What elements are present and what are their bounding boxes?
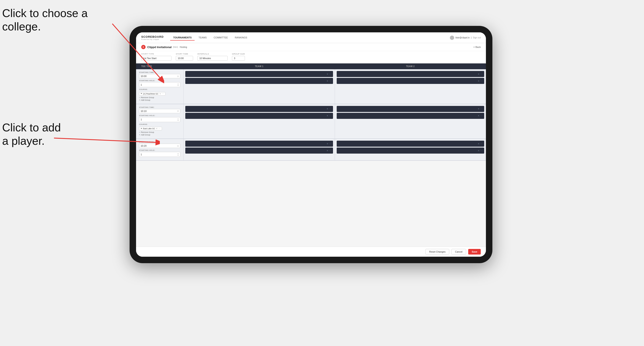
- nav-separator: |: [471, 36, 472, 39]
- remove-group-button[interactable]: ○ Remove Group: [139, 96, 180, 99]
- nav-user: blair@clippd.io | Sign out: [450, 36, 481, 40]
- player-edit-icon[interactable]: ⋯: [480, 115, 482, 117]
- clock-icon: ⊙: [177, 75, 179, 77]
- clock-icon: ⊙: [177, 145, 179, 147]
- player-x-icon[interactable]: ✕: [326, 115, 328, 117]
- player-x-icon[interactable]: ✕: [326, 80, 328, 82]
- start-type-select[interactable]: 1st Tee Start Shotgun Start: [141, 56, 172, 61]
- annotation-choose-college: Click to choose a college.: [2, 6, 88, 33]
- group-3-hole[interactable]: 1 ▲ ▼: [139, 152, 180, 157]
- group-1-left-panel: STARTING TIME: 10:00 ⊙ STARTING HOLE: 1 …: [136, 69, 184, 104]
- group-3-teams: ✕ ⋯ ✕ ⋯: [184, 139, 486, 160]
- player-edit-icon[interactable]: ⋯: [480, 108, 482, 110]
- group-1-team1: ✕ ⋯ ✕ ⋯: [184, 69, 335, 104]
- player-x-icon[interactable]: ✕: [326, 73, 328, 75]
- player-slot[interactable]: ✕ ⋯: [337, 106, 484, 112]
- nav-tab-teams[interactable]: TEAMS: [196, 35, 210, 40]
- cancel-button[interactable]: Cancel: [451, 249, 466, 255]
- player-edit-icon[interactable]: ⋯: [329, 73, 331, 75]
- hole-arrows: ▲ ▼: [177, 118, 179, 121]
- course-tag[interactable]: ⚑ (A) Peachtree GC ✕ ⋯: [139, 92, 166, 96]
- group-size-select[interactable]: 3 2 4: [232, 56, 245, 61]
- col-header-tee-time: Tee Time: [136, 65, 184, 67]
- player-x-icon[interactable]: ✕: [478, 143, 480, 145]
- player-x-icon[interactable]: ✕: [478, 80, 480, 82]
- player-x-icon[interactable]: ✕: [478, 73, 480, 75]
- back-button[interactable]: < Back: [474, 46, 481, 48]
- player-slot[interactable]: ✕ ⋯: [185, 106, 333, 112]
- player-slot[interactable]: ✕ ⋯: [185, 113, 333, 119]
- player-edit-icon[interactable]: ⋯: [329, 80, 331, 82]
- col-header-team2: Team 2: [335, 65, 486, 67]
- player-slot[interactable]: ✕ ⋯: [337, 141, 484, 147]
- nav-tab-committee[interactable]: COMMITTEE: [210, 35, 231, 40]
- remove-group-button[interactable]: ○ Remove Group: [139, 131, 180, 133]
- player-slot[interactable]: ✕ ⋯: [337, 78, 484, 84]
- player-edit-icon[interactable]: ⋯: [480, 73, 482, 75]
- hole-arrows: ▲ ▼: [177, 83, 179, 86]
- starting-time-label: STARTING TIME:: [139, 71, 180, 73]
- intervals-select[interactable]: 10 Minutes 8 Minutes 12 Minutes: [198, 56, 228, 61]
- annotation-add-player: Click to add a player.: [2, 121, 61, 148]
- group-2-left-panel: STARTING TIME: 10:10 ⊙ STARTING HOLE: 1 …: [136, 104, 184, 139]
- player-slot[interactable]: ✕ ⋯: [337, 148, 484, 154]
- course-label: COURSE:: [139, 123, 180, 125]
- reset-changes-button[interactable]: Reset Changes: [426, 249, 449, 255]
- group-1-teams: ✕ ⋯ ✕ ⋯: [184, 69, 486, 104]
- group-3-time[interactable]: 10:20 ⊙: [139, 144, 180, 148]
- player-edit-icon[interactable]: ⋯: [329, 115, 331, 117]
- group-1-course: ⚑ (A) Peachtree GC ✕ ⋯: [139, 91, 180, 96]
- player-slot[interactable]: ✕ ⋯: [185, 78, 333, 84]
- group-1-team2: ✕ ⋯ ✕ ⋯: [335, 69, 486, 104]
- app-nav: SCOREBOARD Powered by clippd TOURNAMENTS…: [136, 32, 486, 43]
- player-slot[interactable]: ✕ ⋯: [185, 148, 333, 154]
- group-1-time[interactable]: 10:00 ⊙: [139, 74, 180, 78]
- player-x-icon[interactable]: ✕: [326, 108, 328, 110]
- player-x-icon[interactable]: ✕: [326, 143, 328, 145]
- add-group-button[interactable]: + Add Group: [139, 99, 180, 101]
- add-group-button[interactable]: + Add Group: [139, 134, 180, 136]
- group-2-team1: ✕ ⋯ ✕ ⋯: [184, 104, 335, 139]
- hole-arrows: ▲ ▼: [177, 153, 179, 156]
- player-x-icon[interactable]: ✕: [478, 115, 480, 117]
- save-button[interactable]: Save: [468, 249, 481, 255]
- remove-course-icon[interactable]: ✕: [160, 93, 161, 95]
- player-edit-icon[interactable]: ⋯: [480, 143, 482, 145]
- group-2-hole[interactable]: 1 ▲ ▼: [139, 117, 180, 122]
- group-1-actions: ○ Remove Group + Add Group: [139, 96, 180, 101]
- app-footer: Reset Changes Cancel Save: [136, 247, 486, 257]
- player-x-icon[interactable]: ✕: [478, 150, 480, 152]
- remove-course-icon[interactable]: ✕: [156, 128, 158, 130]
- course-tag[interactable]: ⚑ East Lake GC ✕ ⋯: [139, 127, 162, 130]
- nav-tab-tournaments[interactable]: TOURNAMENTS: [170, 35, 194, 40]
- starting-hole-label: STARTING HOLE:: [139, 115, 180, 117]
- player-edit-icon[interactable]: ⋯: [329, 108, 331, 110]
- group-3-team1: ✕ ⋯ ✕ ⋯: [184, 139, 335, 160]
- player-slot[interactable]: ✕ ⋯: [185, 141, 333, 147]
- group-1-hole[interactable]: 1 ▲ ▼: [139, 82, 180, 87]
- player-slot[interactable]: ✕ ⋯: [337, 71, 484, 77]
- tablet-screen: SCOREBOARD Powered by clippd TOURNAMENTS…: [136, 32, 486, 257]
- player-slot[interactable]: ✕ ⋯: [337, 113, 484, 119]
- player-edit-icon[interactable]: ⋯: [480, 150, 482, 152]
- sign-out-link[interactable]: Sign out: [473, 36, 481, 39]
- course-label: COURSE:: [139, 88, 180, 90]
- group-2-teams: ✕ ⋯ ✕ ⋯: [184, 104, 486, 139]
- start-time-input[interactable]: [176, 56, 193, 61]
- starting-time-label: STARTING TIME:: [139, 106, 180, 108]
- player-x-icon[interactable]: ✕: [478, 108, 480, 110]
- group-row: STARTING TIME: 10:10 ⊙ STARTING HOLE: 1 …: [136, 104, 486, 139]
- nav-tab-rankings[interactable]: RANKINGS: [232, 35, 250, 40]
- tournament-title: Clippd Invitational: [147, 45, 172, 49]
- player-x-icon[interactable]: ✕: [326, 150, 328, 152]
- sub-header: C Clippd Invitational (Men) Hosting < Ba…: [136, 43, 486, 51]
- user-avatar: [450, 36, 454, 40]
- player-slot[interactable]: ✕ ⋯: [185, 71, 333, 77]
- group-2-time[interactable]: 10:10 ⊙: [139, 109, 180, 113]
- groups-container: STARTING TIME: 10:00 ⊙ STARTING HOLE: 1 …: [136, 69, 486, 247]
- player-edit-icon[interactable]: ⋯: [480, 80, 482, 82]
- player-edit-icon[interactable]: ⋯: [329, 150, 331, 152]
- starting-hole-label: STARTING HOLE:: [139, 149, 180, 151]
- player-edit-icon[interactable]: ⋯: [329, 143, 331, 145]
- col-header-team1: Team 1: [184, 65, 335, 67]
